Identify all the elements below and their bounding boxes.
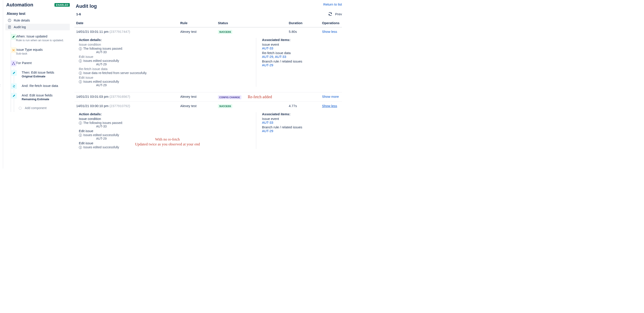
info-icon: i <box>79 146 82 149</box>
svg-rect-9 <box>14 64 15 65</box>
issue-link[interactable]: AUT-33 <box>262 46 273 50</box>
info-icon: i <box>79 47 82 50</box>
associated-items-heading: Associated items: <box>262 112 340 116</box>
rule-step-then-edit[interactable]: Then: Edit issue fields Original Estimat… <box>15 69 70 82</box>
sidebar-item-rule-details[interactable]: Rule details <box>5 17 70 24</box>
issue-link[interactable]: AUT-29 <box>262 63 273 67</box>
table-row: 14/01/21 03:01:11 pm (2377917447) Alexey… <box>74 27 342 36</box>
detail-section: Edit issue <box>79 55 249 59</box>
rule-step-and-edit[interactable]: And: Edit issue fields Remaining Estimat… <box>15 92 70 105</box>
annotation-text: Updated twice as you observed at your en… <box>130 142 205 147</box>
step-title: When: Issue updated <box>16 34 70 38</box>
cell-date: 14/01/21 03:01:03 pm <box>76 95 108 98</box>
detail-section: Issue condition <box>79 43 249 46</box>
add-component[interactable]: Add component <box>15 105 70 112</box>
action-details-heading: Action details: <box>79 112 249 116</box>
rule-step-if[interactable]: Issue Type equals Sub-task <box>8 46 70 59</box>
detail-text: Issues edited successfully <box>83 145 119 149</box>
cell-date: 14/01/21 03:00:10 pm <box>76 104 108 108</box>
assoc-section: Re-fetch issue data <box>262 51 340 55</box>
chevron-left-icon: ‹ <box>0 82 0 88</box>
detail-item: AUT-33 <box>79 50 249 54</box>
info-icon: i <box>79 80 82 83</box>
svg-point-2 <box>10 20 10 20</box>
assoc-section: Branch rule / related issues <box>262 59 340 63</box>
rule-step-when[interactable]: When: Issue updated Rule is run when an … <box>8 33 70 46</box>
cell-rule: Alexey test <box>180 30 196 34</box>
step-title: And: Re-fetch issue data <box>22 84 70 88</box>
table-row-detail: Action details: Issue condition iThe fol… <box>74 110 342 154</box>
audit-log-table: Date Rule Status Duration Operations 14/… <box>74 19 342 154</box>
assoc-section: Branch rule / related issues <box>262 125 340 129</box>
info-icon: i <box>79 59 82 63</box>
detail-section: Edit issue <box>79 76 249 79</box>
sidebar-item-label: Rule details <box>14 19 30 22</box>
cell-id: (2377910792) <box>110 104 130 108</box>
detail-item: AUT-29 <box>79 63 249 66</box>
sidebar: Automation ENABLED Alexey test Rule deta… <box>3 0 72 168</box>
step-subtitle: Remaining Estimate <box>22 98 70 101</box>
cell-duration: 4.77s <box>289 104 297 108</box>
add-component-label: Add component <box>25 106 46 110</box>
toggle-details-link[interactable]: Show less <box>322 104 337 108</box>
detail-section: Issue condition <box>79 117 249 121</box>
log-icon <box>8 25 12 29</box>
collapse-rail[interactable]: ‹ <box>0 0 3 168</box>
rule-name: Alexey test <box>5 10 70 17</box>
issue-link[interactable]: AUT-29 <box>262 55 273 59</box>
svg-rect-7 <box>13 62 14 63</box>
detail-text: Issues edited successfully <box>83 133 119 137</box>
sidebar-title: Automation <box>6 2 33 8</box>
step-subtitle: Sub-task <box>16 52 70 55</box>
issue-link[interactable]: AUT-29 <box>262 129 273 133</box>
status-pill: CONFIG CHANGE <box>218 95 242 99</box>
rule-step-and-refetch[interactable]: And: Re-fetch issue data <box>15 82 70 92</box>
col-status: Status <box>216 19 287 27</box>
pencil-icon <box>11 70 17 76</box>
return-to-list-link[interactable]: Return to list <box>323 2 342 6</box>
rule-step-for-parent[interactable]: For Parent <box>8 59 70 69</box>
table-row-detail: Action details: Issue condition iThe fol… <box>74 36 342 92</box>
detail-text: Issue data re-fetched from server succes… <box>83 71 147 75</box>
sidebar-item-label: Audit log <box>14 25 26 29</box>
annotation-text: Re-fetch added <box>248 95 272 99</box>
cell-id: (2377917447) <box>110 30 130 34</box>
cell-rule: Alexey test <box>180 104 196 108</box>
action-details-heading: Action details: <box>79 38 249 42</box>
info-icon: i <box>79 72 82 75</box>
add-dot-icon <box>18 107 22 110</box>
status-pill: SUCCESS <box>218 30 232 34</box>
status-pill: SUCCESS <box>218 104 232 108</box>
detail-section: Edit issue <box>79 129 249 133</box>
cell-date: 14/01/21 03:01:11 pm <box>76 30 108 34</box>
assoc-section: Issue event <box>262 43 340 46</box>
step-title: Issue Type equals <box>16 48 70 52</box>
assoc-section: Issue event <box>262 117 340 121</box>
toggle-details-link[interactable]: Show more <box>322 95 339 98</box>
table-row: 14/01/21 03:00:10 pm (2377910792) Alexey… <box>74 102 342 111</box>
issue-link[interactable]: AUT-33 <box>262 121 273 124</box>
issue-link[interactable]: AUT-33 <box>275 55 286 59</box>
cell-rule: Alexey test <box>180 95 196 98</box>
col-operations: Operations <box>320 19 342 27</box>
detail-item: AUT-33 <box>79 125 249 128</box>
refresh-icon[interactable] <box>328 12 332 16</box>
refresh-icon <box>11 83 17 89</box>
col-date: Date <box>74 19 178 27</box>
shuffle-icon <box>11 47 16 53</box>
pagination-range: 1-6 <box>76 12 81 16</box>
step-title: Then: Edit issue fields <box>22 71 70 74</box>
prev-link[interactable]: Prev <box>335 12 342 16</box>
step-title: For Parent <box>16 61 70 65</box>
toggle-details-link[interactable]: Show less <box>322 30 337 34</box>
detail-section: Re-fetch issue data <box>79 67 249 71</box>
cell-id: (2377916567) <box>110 95 130 98</box>
col-rule: Rule <box>178 19 216 27</box>
detail-item: AUT-29 <box>79 83 249 87</box>
page-title: Audit log <box>74 2 97 10</box>
status-badge: ENABLED <box>54 3 70 7</box>
step-title: And: Edit issue fields <box>22 93 70 97</box>
col-duration: Duration <box>287 19 320 27</box>
info-icon: i <box>79 122 82 125</box>
sidebar-item-audit-log[interactable]: Audit log <box>5 24 70 30</box>
